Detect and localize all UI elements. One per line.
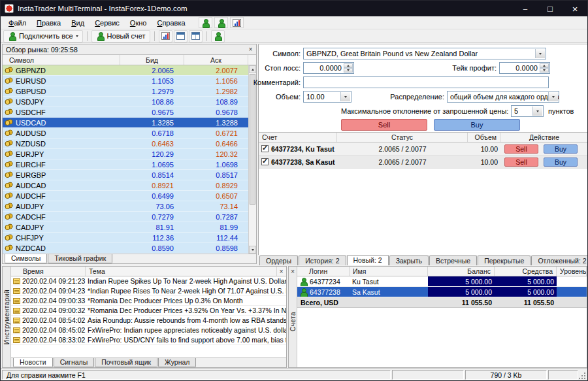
menu-help[interactable]: Справка bbox=[152, 18, 190, 28]
chart-quick-button[interactable] bbox=[230, 17, 244, 28]
tab-close[interactable]: Закрыть bbox=[389, 256, 429, 265]
spin-up-button[interactable] bbox=[344, 63, 353, 68]
minimize-button[interactable] bbox=[513, 1, 538, 16]
row-sell-button[interactable]: Sell bbox=[504, 157, 538, 167]
spin-down-button[interactable] bbox=[540, 68, 549, 73]
new-account-button[interactable]: Новый счет bbox=[91, 30, 150, 42]
spin-up-button[interactable] bbox=[540, 63, 549, 68]
maximize-button[interactable] bbox=[538, 1, 563, 16]
news-row[interactable]: 2020.02.04 08:45:02FxWirePro: Indian rup… bbox=[11, 325, 286, 335]
news-row[interactable]: 2020.02.04 09:21:23Indian Rupee Spikes U… bbox=[11, 276, 286, 286]
tick-chart-button[interactable] bbox=[159, 30, 172, 42]
order-account-row[interactable]: 64377238, Sa Kasut2.0065 / 2.007710.00Se… bbox=[259, 156, 588, 169]
market-watch-row[interactable]: EURJPY120.29120.32 bbox=[3, 149, 248, 159]
accounts-close-button[interactable] bbox=[289, 267, 297, 276]
combo-dropdown-button[interactable] bbox=[535, 49, 545, 58]
connect-all-button[interactable]: Подключить все bbox=[3, 30, 83, 42]
account-checkbox[interactable] bbox=[261, 158, 269, 165]
account-label: 64377238, Sa Kasut bbox=[271, 158, 335, 166]
combo-dropdown-button[interactable] bbox=[548, 92, 558, 101]
market-watch-row[interactable]: USDCAD1.32851.3288 bbox=[3, 118, 248, 128]
comment-input[interactable] bbox=[304, 77, 548, 88]
news-close-button[interactable] bbox=[277, 267, 286, 276]
spin-down-button[interactable] bbox=[344, 68, 353, 73]
market-watch-header: Обзор рынка: 09:25:58 bbox=[3, 44, 256, 55]
accounts-button[interactable] bbox=[211, 30, 225, 42]
row-buy-button[interactable]: Buy bbox=[544, 157, 578, 167]
menu-tools[interactable]: Сервис bbox=[90, 18, 125, 28]
buy-button[interactable]: Buy bbox=[434, 119, 520, 131]
maximize-icon bbox=[547, 4, 553, 14]
menu-edit[interactable]: Правка bbox=[31, 18, 66, 28]
distribution-combobox[interactable]: общий объем для каждого ордера bbox=[447, 91, 559, 103]
close-button[interactable] bbox=[563, 1, 587, 16]
tab-pending[interactable]: Отложенный: 2 bbox=[531, 256, 587, 265]
market-watch-row[interactable]: AUDCAD0.89210.8929 bbox=[3, 180, 248, 191]
app-icon bbox=[5, 4, 14, 13]
market-watch-row[interactable]: AUDCHF0.64990.6507 bbox=[3, 191, 248, 201]
market-watch-row[interactable]: EURCHF1.06951.0698 bbox=[3, 159, 248, 170]
tab-counter-orders[interactable]: Встречные bbox=[429, 256, 477, 265]
market-watch-row[interactable]: CADJPY81.9181.99 bbox=[3, 222, 248, 233]
market-watch-row[interactable]: AUDUSD0.67180.6721 bbox=[3, 128, 248, 139]
account-row[interactable]: 64377238Sa Kasut5 000.005 000.00 bbox=[297, 287, 587, 297]
market-watch-row[interactable]: NZDUSD0.64630.6466 bbox=[3, 139, 248, 149]
menu-file[interactable]: Файл bbox=[3, 18, 31, 28]
menu-view[interactable]: Вид bbox=[66, 18, 90, 28]
combo-dropdown-button[interactable] bbox=[532, 107, 542, 116]
news-row[interactable]: 2020.02.04 09:00:33*Romania Dec Producer… bbox=[11, 296, 286, 306]
news-row[interactable]: 2020.02.04 08:54:02Asia Roundup: Aussie … bbox=[11, 316, 286, 325]
row-buy-button[interactable]: Buy bbox=[544, 144, 578, 154]
combo-dropdown-button[interactable] bbox=[340, 92, 350, 101]
news-row[interactable]: 2020.02.04 09:04:23*Indian Rupee Rises T… bbox=[11, 286, 286, 296]
news-row[interactable]: 2020.02.04 09:00:32*Romania Dec Producer… bbox=[11, 306, 286, 316]
tab-news[interactable]: Новости bbox=[13, 358, 53, 367]
take-profit-input[interactable]: 0.0000 bbox=[499, 62, 550, 74]
market-watch-row[interactable]: CADCHF0.72790.7287 bbox=[3, 212, 248, 222]
layout-split-button[interactable] bbox=[189, 30, 203, 42]
tab-new-order[interactable]: Новый: 2 bbox=[347, 255, 389, 265]
account-checkbox[interactable] bbox=[261, 145, 269, 152]
tab-signals[interactable]: Сигналы bbox=[54, 358, 95, 367]
tab-tick-chart[interactable]: Тиковый график bbox=[48, 254, 112, 263]
bid-value: 1.2979 bbox=[120, 86, 184, 96]
accounts-total-row: Всего, USD 11 055.50 11 055.50 bbox=[297, 297, 587, 308]
market-watch-row[interactable]: GBPUSD1.29791.2982 bbox=[3, 86, 248, 97]
market-watch-row[interactable]: USDJPY108.86108.89 bbox=[3, 97, 248, 107]
scroll-down-button[interactable] bbox=[249, 246, 256, 254]
max-deviation-combobox[interactable]: 5 bbox=[511, 105, 544, 117]
market-watch-row[interactable]: NZDCAD0.85900.8598 bbox=[3, 243, 248, 254]
tab-mailbox[interactable]: Почтовый ящик bbox=[95, 358, 157, 367]
news-row[interactable]: 2020.02.04 08:33:02FxWirePro: USD/CNY fa… bbox=[11, 335, 286, 345]
accounts-vertical-tab[interactable]: Счета bbox=[289, 267, 297, 367]
menu-window[interactable]: Окно bbox=[125, 18, 152, 28]
bid-value: 73.06 bbox=[120, 201, 184, 211]
connect-quick-button[interactable] bbox=[214, 17, 228, 28]
market-watch-row[interactable]: EURUSD1.10531.1056 bbox=[3, 76, 248, 86]
tab-history[interactable]: История: 2 bbox=[299, 256, 346, 265]
market-watch-row[interactable]: GBPNZD2.00652.0077 bbox=[3, 65, 248, 76]
market-watch-row[interactable]: EURGBP0.85140.8517 bbox=[3, 170, 248, 180]
market-watch-row[interactable]: USDCHF0.96750.9678 bbox=[3, 107, 248, 118]
row-sell-button[interactable]: Sell bbox=[504, 144, 538, 154]
accounts-quick-button[interactable] bbox=[199, 17, 212, 28]
bid-value: 0.6718 bbox=[120, 128, 184, 138]
layout-button[interactable] bbox=[174, 30, 188, 42]
account-row[interactable]: 64377234Ku Tasut5 000.005 000.00 bbox=[297, 276, 587, 287]
bid-value: 0.8921 bbox=[120, 180, 184, 190]
tab-symbols[interactable]: Символы bbox=[5, 254, 47, 263]
volume-combobox[interactable]: 10.00 bbox=[303, 91, 351, 103]
column-header-level: Уровень bbox=[557, 267, 587, 276]
tab-overlapped[interactable]: Перекрытые bbox=[478, 256, 531, 265]
currency-pair-icon bbox=[5, 98, 13, 105]
tab-journal[interactable]: Журнал bbox=[158, 358, 196, 367]
sell-button[interactable]: Sell bbox=[341, 119, 427, 131]
symbol-combobox[interactable]: GBPNZD, Great Britain Pound vs New Zeala… bbox=[303, 48, 546, 59]
tab-orders[interactable]: Ордеры bbox=[259, 256, 298, 265]
market-watch-row[interactable]: AUDJPY73.0673.14 bbox=[3, 201, 248, 212]
toolbox-vertical-tab[interactable]: Инструментарий bbox=[3, 267, 11, 367]
market-watch-row[interactable]: CHFJPY112.36112.44 bbox=[3, 233, 248, 243]
order-account-row[interactable]: 64377234, Ku Tasut2.0065 / 2.007710.00Se… bbox=[259, 142, 588, 156]
stop-loss-input[interactable]: 0.0000 bbox=[303, 62, 354, 74]
resize-grip-icon[interactable] bbox=[578, 372, 587, 380]
